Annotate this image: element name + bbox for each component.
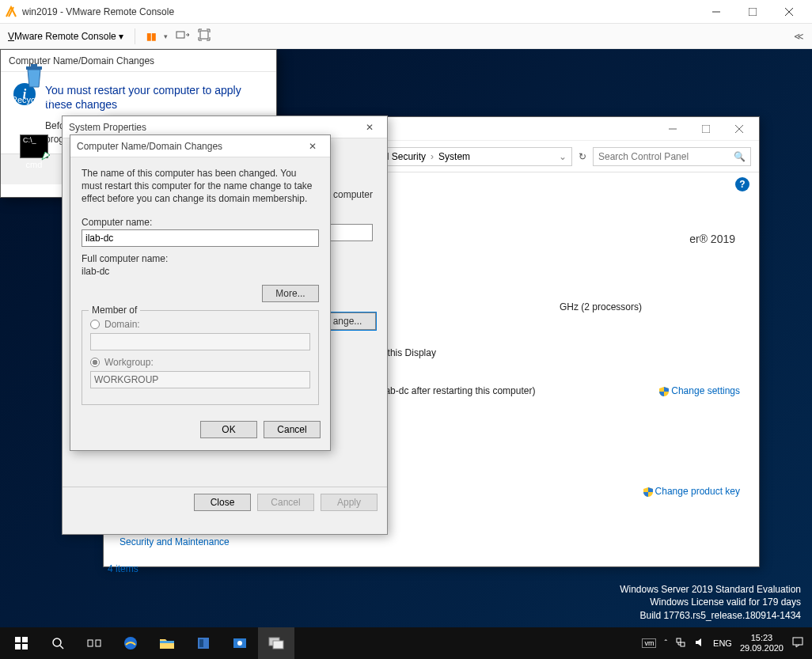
collapse-icon[interactable]: ≪ bbox=[794, 31, 804, 42]
svg-rect-23 bbox=[199, 639, 203, 647]
svg-point-25 bbox=[237, 641, 242, 646]
explorer-taskbar-icon[interactable] bbox=[149, 627, 185, 659]
hint-text: computer bbox=[333, 189, 373, 200]
svg-rect-1 bbox=[749, 8, 757, 16]
full-computer-name-value: ilab-dc bbox=[82, 266, 319, 277]
full-computer-name-label: Full computer name: bbox=[82, 253, 319, 264]
svg-line-17 bbox=[60, 646, 63, 649]
svg-rect-32 bbox=[793, 638, 803, 645]
edition-value: er® 2019 bbox=[689, 233, 735, 245]
vmware-menu[interactable]: VVMware Remote ConsoleMware Remote Conso… bbox=[8, 31, 123, 42]
workgroup-radio: Workgroup: bbox=[90, 357, 310, 368]
cancel-button: Cancel bbox=[257, 494, 314, 511]
description-input[interactable] bbox=[328, 224, 373, 241]
more-button[interactable]: More... bbox=[262, 285, 319, 302]
cmd-shortcut-icon[interactable]: C:\_ cmd bbox=[6, 131, 62, 169]
confirm-heading: You must restart your computer to apply … bbox=[45, 83, 264, 112]
change-key-link[interactable]: Change product key bbox=[643, 486, 740, 498]
change-settings-link[interactable]: Change settings bbox=[658, 385, 740, 397]
workgroup-input bbox=[90, 371, 310, 388]
svg-rect-7 bbox=[31, 64, 37, 66]
sys-minimize-button[interactable] bbox=[656, 118, 689, 140]
svg-rect-14 bbox=[15, 644, 21, 650]
minimize-button[interactable] bbox=[698, 0, 734, 24]
recycle-bin-icon[interactable]: Recycle Bin bbox=[6, 60, 62, 104]
search-icon: 🔍 bbox=[734, 151, 746, 162]
maximize-button[interactable] bbox=[734, 0, 771, 24]
chevron-right-icon: › bbox=[431, 151, 434, 162]
recycle-bin-label: Recycle Bin bbox=[6, 95, 62, 104]
svg-rect-29 bbox=[681, 642, 685, 646]
domain-input bbox=[90, 333, 310, 350]
cancel-button[interactable]: Cancel bbox=[264, 421, 321, 438]
name-change-dialog: Computer Name/Domain Changes ✕ The name … bbox=[70, 134, 331, 451]
svg-rect-19 bbox=[96, 640, 101, 646]
watermark: Windows Server 2019 Standard Evaluation … bbox=[620, 583, 801, 623]
cmd-label: cmd bbox=[6, 160, 62, 169]
svg-rect-21 bbox=[160, 641, 174, 643]
refresh-icon[interactable]: ↻ bbox=[579, 151, 586, 162]
apply-button: Apply bbox=[321, 494, 378, 511]
pause-dropdown-icon[interactable]: ▾ bbox=[164, 32, 168, 40]
task-view-button[interactable] bbox=[76, 627, 112, 659]
close-icon[interactable]: ✕ bbox=[302, 141, 324, 152]
security-maintenance-link[interactable]: Security and Maintenance bbox=[120, 536, 230, 547]
vmware-window-title: win2019 - VMware Remote Console bbox=[22, 6, 698, 17]
tray-notifications-icon[interactable] bbox=[791, 636, 804, 650]
chevron-down-icon[interactable]: ⌄ bbox=[559, 151, 567, 162]
tray-vm-icon[interactable]: vm bbox=[642, 638, 656, 648]
search-button[interactable] bbox=[40, 627, 76, 659]
computer-name-input[interactable] bbox=[82, 229, 319, 247]
svg-rect-13 bbox=[22, 637, 28, 642]
tray-network-icon[interactable] bbox=[675, 637, 686, 650]
sys-close-button[interactable] bbox=[723, 118, 756, 140]
help-icon[interactable]: ? bbox=[735, 177, 749, 191]
svg-rect-9 bbox=[702, 125, 710, 133]
tray-clock[interactable]: 15:23 29.09.2020 bbox=[740, 633, 784, 653]
tray-chevron-up-icon[interactable]: ˆ bbox=[664, 638, 667, 648]
computer-name-label: Computer name: bbox=[82, 217, 319, 228]
vmware-titlebar: win2019 - VMware Remote Console bbox=[0, 0, 812, 24]
search-input[interactable]: 🔍 bbox=[593, 147, 751, 166]
info-text: The name of this computer has been chang… bbox=[82, 167, 319, 206]
items-hint: 4 items bbox=[108, 563, 138, 574]
send-keys-icon[interactable] bbox=[176, 29, 190, 43]
taskbar: vm ˆ ENG 15:23 29.09.2020 bbox=[0, 627, 812, 659]
ie-taskbar-icon[interactable] bbox=[112, 627, 149, 659]
tray-lang[interactable]: ENG bbox=[713, 638, 732, 648]
svg-rect-18 bbox=[88, 640, 93, 646]
vmware-toolbar: VVMware Remote ConsoleMware Remote Conso… bbox=[0, 24, 812, 49]
ok-button[interactable]: OK bbox=[200, 421, 257, 438]
close-button[interactable] bbox=[771, 0, 807, 24]
svg-rect-15 bbox=[22, 644, 28, 650]
svg-rect-5 bbox=[200, 31, 208, 39]
dialog-title: Computer Name/Domain Changes bbox=[77, 141, 222, 152]
svg-rect-4 bbox=[176, 32, 184, 38]
svg-rect-6 bbox=[26, 66, 42, 70]
svg-rect-28 bbox=[677, 638, 681, 642]
member-of-legend: Member of bbox=[89, 305, 140, 316]
tray-volume-icon[interactable] bbox=[694, 637, 705, 650]
svg-rect-27 bbox=[273, 641, 283, 649]
processor-value: GHz (2 processors) bbox=[560, 301, 740, 312]
domain-radio: Domain: bbox=[90, 319, 310, 330]
close-button[interactable]: Close bbox=[194, 494, 251, 511]
server-manager-taskbar-icon[interactable] bbox=[185, 627, 222, 659]
system-taskbar-icon[interactable] bbox=[258, 627, 294, 659]
pause-icon[interactable]: ▮▮ bbox=[146, 31, 156, 42]
settings-taskbar-icon[interactable] bbox=[222, 627, 258, 659]
svg-point-16 bbox=[53, 638, 61, 646]
close-icon[interactable]: ✕ bbox=[359, 122, 381, 133]
dialog-title: System Properties bbox=[69, 122, 146, 133]
vmware-logo-icon bbox=[5, 6, 17, 18]
start-button[interactable] bbox=[3, 627, 40, 659]
desktop: Recycle Bin C:\_ cmd System and Security… bbox=[0, 49, 812, 659]
sys-maximize-button[interactable] bbox=[689, 118, 723, 140]
fullscreen-icon[interactable] bbox=[198, 28, 211, 44]
breadcrumb-item[interactable]: System bbox=[438, 151, 470, 162]
svg-rect-12 bbox=[15, 637, 21, 642]
